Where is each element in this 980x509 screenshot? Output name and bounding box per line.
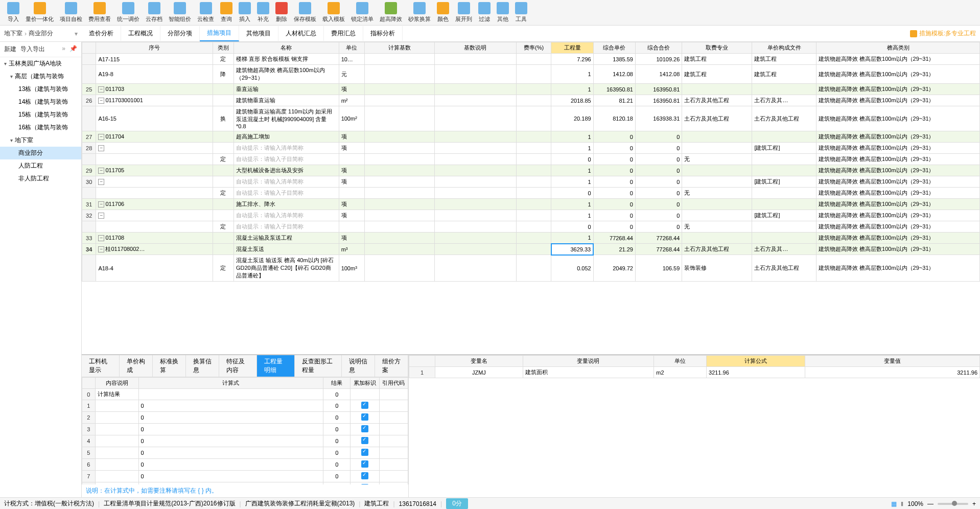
bottom-tab[interactable]: 特征及内容 bbox=[219, 355, 257, 377]
checkbox-icon[interactable] bbox=[361, 460, 368, 468]
checkbox-icon[interactable] bbox=[361, 437, 368, 444]
tab-工程概况[interactable]: 工程概况 bbox=[121, 26, 160, 41]
tab-措施项目[interactable]: 措施项目 bbox=[200, 26, 239, 41]
table-row[interactable]: 0计算结果0 bbox=[82, 389, 408, 400]
col-header[interactable]: 名称 bbox=[234, 42, 339, 54]
tool-项目自检[interactable]: 项目自检 bbox=[57, 1, 85, 24]
pin-icon[interactable]: 📌 bbox=[69, 45, 77, 54]
col-header[interactable] bbox=[82, 42, 96, 54]
expand-icon[interactable]: − bbox=[98, 179, 104, 185]
col-header[interactable] bbox=[82, 378, 96, 389]
table-row[interactable]: 31−011706施工排水、降水项100建筑物超高降效 檐高层数100m以内（2… bbox=[82, 199, 980, 210]
tool-统一调价[interactable]: 统一调价 bbox=[114, 1, 143, 24]
tool-载入模板[interactable]: 载入模板 bbox=[319, 1, 348, 24]
bottom-tab[interactable]: 换算信息 bbox=[186, 355, 219, 377]
tool-砂浆换算[interactable]: 砂浆换算 bbox=[405, 1, 434, 24]
table-row[interactable]: 32−自动提示：请输入清单简称项100[建筑工程]建筑物超高降效 檐高层数100… bbox=[82, 210, 980, 221]
table-row[interactable]: 29−011705大型机械设备进出场及安拆项100建筑物超高降效 檐高层数100… bbox=[82, 165, 980, 176]
tool-其他[interactable]: 其他 bbox=[494, 1, 512, 24]
col-header[interactable]: 类别 bbox=[213, 42, 234, 54]
table-row[interactable]: 1JZMJ建筑面积m23211.963211.96 bbox=[409, 367, 980, 378]
col-header[interactable]: 内容说明 bbox=[95, 378, 138, 389]
tree-item[interactable]: 15栋（建筑与装饰 bbox=[0, 108, 81, 121]
table-row[interactable]: 26−011703001001建筑物垂直运输m²2018.8581.211639… bbox=[82, 95, 980, 106]
import-export-button[interactable]: 导入导出 bbox=[20, 45, 45, 54]
zoom-slider[interactable] bbox=[938, 503, 968, 505]
tool-超高降效[interactable]: 超高降效 bbox=[377, 1, 405, 24]
expand-icon[interactable]: − bbox=[98, 201, 104, 207]
tree-item[interactable]: 人防工程 bbox=[0, 159, 81, 172]
expand-icon[interactable]: − bbox=[98, 213, 104, 219]
new-button[interactable]: 新建 bbox=[4, 45, 16, 54]
checkbox-icon[interactable] bbox=[361, 484, 368, 484]
col-header[interactable]: 基数说明 bbox=[434, 42, 516, 54]
col-header[interactable]: 变量值 bbox=[805, 356, 979, 367]
tab-造价分析[interactable]: 造价分析 bbox=[82, 26, 121, 41]
col-header[interactable]: 单价构成文件 bbox=[752, 42, 816, 54]
tool-保存模板[interactable]: 保存模板 bbox=[291, 1, 319, 24]
table-row[interactable]: 500 bbox=[82, 447, 408, 459]
dropdown-icon[interactable]: ▾ bbox=[75, 30, 78, 37]
zoom-out-button[interactable]: — bbox=[927, 500, 934, 507]
table-row[interactable]: A18-4定混凝土泵送 输送泵 檐高 40m以内 [碎石 GD20商品普通砼 C… bbox=[82, 255, 980, 282]
tool-颜色[interactable]: 颜色 bbox=[434, 1, 452, 24]
view-icon[interactable]: ▦ bbox=[891, 500, 897, 507]
bottom-tab[interactable]: 工料机显示 bbox=[82, 355, 120, 377]
expand-icon[interactable]: − bbox=[98, 145, 104, 151]
table-row[interactable]: 28−自动提示：请输入清单简称项100[建筑工程]建筑物超高降效 檐高层数100… bbox=[82, 143, 980, 154]
tool-云检查[interactable]: 云检查 bbox=[194, 1, 217, 24]
breadcrumb-a[interactable]: 地下室 bbox=[4, 29, 22, 38]
bottom-tab[interactable]: 标准换算 bbox=[153, 355, 186, 377]
tool-导入[interactable]: 导入 bbox=[4, 1, 22, 24]
bottom-tab[interactable]: 说明信息 bbox=[342, 355, 375, 377]
tab-人材机汇总[interactable]: 人材机汇总 bbox=[278, 26, 324, 41]
tool-补充[interactable]: 补充 bbox=[254, 1, 272, 24]
col-header[interactable]: 单位 bbox=[339, 42, 364, 54]
tool-云存档[interactable]: 云存档 bbox=[143, 1, 166, 24]
col-header[interactable]: 综合合价 bbox=[635, 42, 682, 54]
expand-icon[interactable]: − bbox=[98, 168, 104, 174]
tool-工具[interactable]: 工具 bbox=[512, 1, 530, 24]
table-row[interactable]: 33−011708混凝土运输及泵送工程项177268.4477268.44建筑物… bbox=[82, 233, 980, 244]
tool-查询[interactable]: 查询 bbox=[217, 1, 236, 24]
col-header[interactable]: 单位 bbox=[654, 356, 707, 367]
checkbox-icon[interactable] bbox=[361, 402, 368, 409]
col-header[interactable]: 费率(%) bbox=[516, 42, 551, 54]
tree-item[interactable]: 商业部分 bbox=[0, 147, 81, 159]
col-header[interactable] bbox=[409, 356, 435, 367]
table-row[interactable]: 27−011704超高施工增加项100建筑物超高降效 檐高层数100m以内（29… bbox=[82, 131, 980, 143]
col-header[interactable]: 计算基数 bbox=[364, 42, 434, 54]
col-header[interactable]: 序号 bbox=[96, 42, 213, 54]
tool-费用查看[interactable]: 费用查看 bbox=[85, 1, 114, 24]
tool-删除[interactable]: 删除 bbox=[272, 1, 291, 24]
checkbox-icon[interactable] bbox=[361, 413, 368, 421]
table-row[interactable]: A19-8降建筑物超高降效 檐高层数100m以内（29~31）元11412.08… bbox=[82, 65, 980, 84]
tool-过滤[interactable]: 过滤 bbox=[475, 1, 494, 24]
col-header[interactable]: 取费专业 bbox=[682, 42, 752, 54]
col-header[interactable]: 变量说明 bbox=[523, 356, 654, 367]
expand-icon[interactable]: − bbox=[98, 246, 104, 252]
table-row[interactable]: 700 bbox=[82, 471, 408, 482]
tab-指标分析[interactable]: 指标分析 bbox=[363, 26, 403, 41]
template-label[interactable]: 措施模板:多专业工程 bbox=[906, 27, 980, 40]
col-header[interactable]: 综合单价 bbox=[593, 42, 635, 54]
bottom-tab[interactable]: 组价方案 bbox=[375, 355, 408, 377]
more-icon[interactable]: » bbox=[62, 45, 65, 54]
status-score[interactable]: 0分 bbox=[446, 498, 468, 509]
col-header[interactable]: 檐高类别 bbox=[816, 42, 980, 54]
tab-其他项目[interactable]: 其他项目 bbox=[239, 26, 278, 41]
table-row[interactable]: 200 bbox=[82, 412, 408, 424]
tree-item[interactable]: 14栋（建筑与装饰 bbox=[0, 96, 81, 108]
col-header[interactable]: 工程量 bbox=[551, 42, 593, 54]
table-row[interactable]: 34−桂011708002…混凝土泵送m³3629.3321.2977268.4… bbox=[82, 244, 980, 255]
bottom-tab[interactable]: 反查图形工程量 bbox=[295, 355, 342, 377]
view-icon-2[interactable]: ⦀ bbox=[901, 500, 903, 507]
table-row[interactable]: 30−自动提示：请输入清单简称项100[建筑工程]建筑物超高降效 檐高层数100… bbox=[82, 176, 980, 188]
table-row[interactable]: 定自动提示：请输入子目简称000无建筑物超高降效 檐高层数100m以内（29~3… bbox=[82, 221, 980, 233]
bottom-tab[interactable]: 单价构成 bbox=[120, 355, 153, 377]
table-row[interactable]: A17-115定楼梯 直形 胶合板模板 钢支撑10…7.2961385.5910… bbox=[82, 54, 980, 65]
col-header[interactable]: 引用代码 bbox=[379, 378, 408, 389]
tree-item[interactable]: 13栋（建筑与装饰 bbox=[0, 83, 81, 96]
table-row[interactable]: 25−011703垂直运输项1163950.81163950.81建筑物超高降效… bbox=[82, 84, 980, 95]
col-header[interactable]: 结果 bbox=[323, 378, 351, 389]
